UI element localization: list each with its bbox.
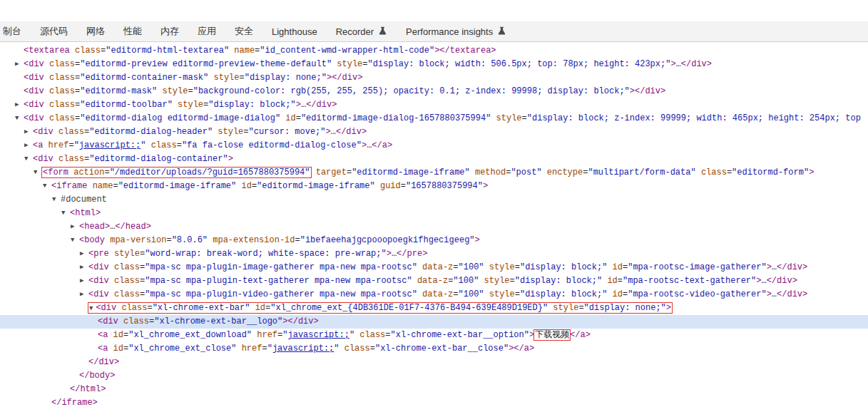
tab-label: Recorder [336,26,374,37]
expand-arrow-icon[interactable]: ▶ [24,139,28,153]
dom-tree-row[interactable]: ▶<div class="editormd-dialog-header" sty… [0,125,868,139]
dom-tree-row[interactable]: <a id="xl_chrome_ext_close" href="javasc… [0,342,868,356]
tab-memory[interactable]: 内存 [151,21,188,41]
tab-recorder[interactable]: Recorder [327,21,397,41]
expand-arrow-icon[interactable]: ▶ [80,274,83,288]
devtools-tab-bar: 制台源代码网络性能内存应用安全LighthouseRecorderPerform… [0,21,868,42]
dom-tree-row[interactable]: ▶<div class="mpa-sc mpa-plugin-image-gat… [0,261,868,274]
expand-arrow-icon[interactable]: ▶ [80,261,83,274]
dom-tree-row[interactable]: <div class="editormd-mask" style="backgr… [0,85,868,98]
tab-sources[interactable]: 源代码 [31,21,77,41]
dom-tree-row[interactable]: ▶<a href="javascript:;" class="fa fa-clo… [0,139,868,153]
collapse-arrow-icon[interactable]: ▼ [15,112,19,125]
dom-tree-row[interactable]: ▼<div class="editormd-dialog-container"> [0,153,868,166]
javascript-link[interactable]: javascript:; [79,140,141,150]
tab-label: 性能 [123,25,142,38]
dom-tree-row[interactable]: ▼<form action="/mdeditor/uploads/?guid=1… [0,166,868,180]
dom-tree-row[interactable]: ▶<div class="mpa-sc mpa-plugin-text-gath… [0,274,868,288]
dom-tree-row[interactable]: ▼<iframe name="editormd-image-iframe" id… [0,180,868,193]
tab-performance[interactable]: 性能 [114,21,151,41]
expand-arrow-icon[interactable]: ▶ [15,98,19,112]
tab-label: 网络 [86,25,105,38]
browser-top-strip [0,0,868,21]
tab-label: 制台 [3,25,21,38]
dom-tree-row[interactable]: ▶<div class="editormd-toolbar" style="di… [0,98,868,112]
dom-tree-row[interactable]: ▼#document [0,193,868,207]
javascript-link[interactable]: javascript:; [287,330,349,340]
devtools-window: 制台源代码网络性能内存应用安全LighthouseRecorderPerform… [0,0,868,407]
tab-label: 内存 [160,25,179,38]
collapse-arrow-icon[interactable]: ▼ [61,207,65,220]
tab-label: Performance insights [406,26,493,37]
elements-tree: <textarea class="editormd-html-textarea"… [0,42,868,407]
collapse-arrow-icon[interactable]: ▼ [43,180,46,193]
expand-arrow-icon[interactable]: ▶ [80,247,83,261]
dom-tree-row[interactable]: <textarea class="editormd-html-textarea"… [0,44,868,58]
tab-application[interactable]: 应用 [188,21,225,41]
tab-label: 源代码 [40,25,68,38]
dom-tree-row[interactable]: ▶<div class="editormd-preview editormd-p… [0,58,868,71]
dom-tree-row[interactable]: ▼<div class="xl-chrome-ext-bar" id="xl_c… [0,302,868,315]
javascript-link[interactable]: javascript:; [272,344,334,354]
collapse-arrow-icon[interactable]: ▼ [89,305,93,312]
dom-tree-row[interactable]: <div class="xl-chrome-ext-bar__logo"></d… [0,315,868,329]
dom-tree-row[interactable]: ▼<div class="editormd-dialog editormd-im… [0,112,868,125]
dom-tree-row[interactable]: ▼<html> [0,207,868,220]
collapse-arrow-icon[interactable]: ▼ [24,153,28,166]
flask-experiment-icon [497,26,506,38]
tab-security[interactable]: 安全 [225,21,262,41]
dom-tree-row[interactable]: </body> [0,369,868,383]
annotation-box: <form action="/mdeditor/uploads/?guid=16… [42,168,311,177]
tab-label: Lighthouse [272,26,317,37]
dom-tree-row[interactable]: ▶<div class="mpa-sc mpa-plugin-video-gat… [0,288,868,302]
expand-arrow-icon[interactable]: ▶ [15,58,19,71]
expand-arrow-icon[interactable]: ▶ [24,125,28,139]
flask-experiment-icon [378,26,387,38]
tab-console[interactable]: 制台 [0,21,31,41]
dom-tree-row[interactable]: </html> [0,383,868,396]
expand-arrow-icon[interactable]: ▶ [80,288,83,302]
annotation-box: ▼<div class="xl-chrome-ext-bar" id="xl_c… [88,303,672,313]
collapse-arrow-icon[interactable]: ▼ [34,166,37,180]
tab-performance-insights[interactable]: Performance insights [397,21,516,41]
dom-tree-row[interactable]: <a id="xl_chrome_ext_download" href="jav… [0,329,868,342]
collapse-arrow-icon[interactable]: ▼ [71,234,74,247]
dom-tree-row[interactable]: ▶<pre style="word-wrap: break-word; whit… [0,247,868,261]
collapse-arrow-icon[interactable]: ▼ [52,193,56,207]
annotation-box: 下载视频 [534,330,570,340]
tab-label: 安全 [235,25,253,38]
tab-label: 应用 [198,25,216,38]
dom-tree-row[interactable]: </iframe> [0,396,868,407]
tab-lighthouse[interactable]: Lighthouse [262,21,327,41]
dom-tree-row[interactable]: <div class="editormd-container-mask" sty… [0,71,868,85]
dom-tree-row[interactable]: </div> [0,356,868,369]
tab-network[interactable]: 网络 [77,21,114,41]
dom-tree-row[interactable]: ▼<body mpa-version="8.0.6" mpa-extension… [0,234,868,247]
expand-arrow-icon[interactable]: ▶ [71,220,74,234]
dom-tree-row[interactable]: ▶<head>…</head> [0,220,868,234]
